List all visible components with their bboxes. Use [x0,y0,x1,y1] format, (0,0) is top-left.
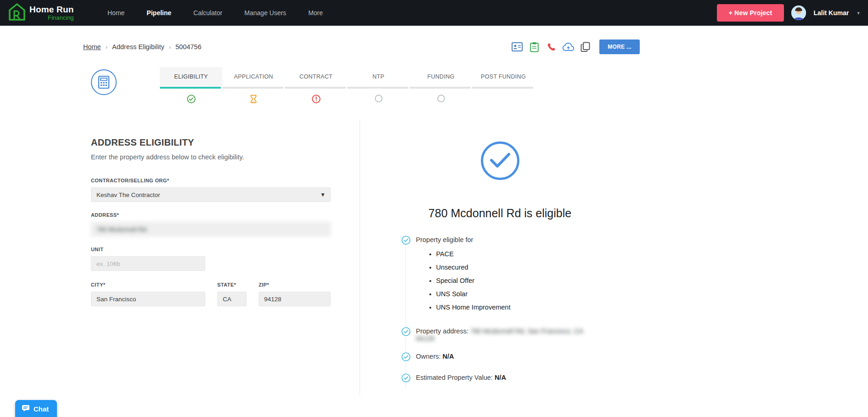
check-circle-icon [401,352,411,363]
breadcrumb: Home › Address Eligibility › 5004756 [83,43,201,51]
tab-funding[interactable]: FUNDING [410,67,472,86]
calculator-badge-icon [91,69,117,95]
chat-button[interactable]: Chat [15,400,57,417]
check-circle-icon [401,327,411,338]
address-input[interactable] [91,222,331,237]
chat-bubble-icon [22,405,30,413]
clipboard-icon[interactable] [528,40,541,53]
check-circle-icon [401,373,411,384]
top-navbar: Home Run Financing Home Pipeline Calcula… [0,0,868,26]
tab-eligibility[interactable]: ELIGIBILITY [160,67,222,86]
state-label: STATE* [217,282,247,287]
tab-contract[interactable]: CONTRACT [285,67,347,86]
eligibility-checklist: Property eligible for PACE Unsecured Spe… [401,236,599,394]
program-item: Special Offer [436,277,511,284]
address-eligibility-form: ADDRESS ELIGIBILITY Enter the property a… [83,120,360,394]
estimated-value: N/A [495,374,506,381]
cloud-upload-icon[interactable] [562,40,575,53]
form-subtitle: Enter the property address below to chec… [91,153,360,161]
stage-status-row [160,95,535,103]
status-eligibility-complete-icon [160,95,222,103]
user-name[interactable]: Lalit Kumar [813,9,849,17]
breadcrumb-home-link[interactable]: Home [83,43,101,51]
chat-button-label: Chat [34,405,49,413]
nav-item-more[interactable]: More [299,5,332,21]
list-item: Estimated Property Value: N/A [401,373,599,384]
track-eligibility [160,87,221,89]
list-item: Property eligible for PACE Unsecured Spe… [401,236,599,317]
new-project-button[interactable]: + New Project [717,4,784,22]
program-item: UNS Solar [436,290,511,298]
nav-item-calculator[interactable]: Calculator [184,5,231,21]
status-post-funding-none [472,95,535,103]
eligibility-result-panel: 780 Mcdonnell Rd is eligible Property el… [360,120,640,394]
program-list: PACE Unsecured Special Offer UNS Solar U… [436,250,511,311]
tab-application[interactable]: APPLICATION [222,67,285,86]
nav-item-pipeline[interactable]: Pipeline [137,5,180,21]
unit-input[interactable] [91,256,205,271]
main-nav: Home Pipeline Calculator Manage Users Mo… [98,5,332,21]
eligible-for-label: Property eligible for [416,236,511,243]
status-application-hourglass-icon [222,95,285,103]
breadcrumb-separator: › [169,44,171,51]
contractor-label: CONTRACTOR/SELLING ORG* [91,178,360,183]
track-ntp [347,87,408,89]
track-application [222,87,283,89]
estimated-value-label: Estimated Property Value: [416,374,495,381]
more-button[interactable]: MORE ... [599,39,640,54]
program-item: PACE [436,250,511,258]
list-item: Property address: 780 Mcdonnell Rd, San … [401,327,599,342]
eligible-check-icon [481,141,519,180]
city-label: CITY* [91,282,205,287]
property-address-label: Property address: [416,327,470,335]
brand-subtitle: Financing [29,15,74,21]
breadcrumb-separator: › [106,44,107,51]
program-item: UNS Home Improvement [436,304,511,311]
track-post-funding [472,87,533,89]
copy-icon[interactable] [579,40,592,53]
state-input[interactable] [217,292,247,306]
city-input[interactable] [91,292,205,306]
house-logo-icon [8,3,26,23]
track-funding [410,87,471,89]
eligibility-result-title: 780 Mcdonnell Rd is eligible [428,207,571,220]
nav-item-home[interactable]: Home [98,5,134,21]
result-address: 780 Mcdonnell Rd [428,207,521,220]
owners-value: N/A [443,353,454,360]
brand-name: Home Run [29,5,74,14]
address-label: ADDRESS* [91,212,360,218]
result-eligible-text: is eligible [521,207,571,220]
track-contract [285,87,346,89]
list-item: Owners: N/A [401,352,599,363]
owners-label: Owners: [416,353,443,360]
tab-ntp[interactable]: NTP [347,67,410,86]
tab-post-funding[interactable]: POST FUNDING [472,67,535,86]
status-ntp-pending-icon [347,95,410,103]
chevron-down-icon[interactable]: ▾ [857,10,860,16]
status-funding-pending-icon [410,95,472,103]
program-item: Unsecured [436,264,511,271]
contractor-select[interactable]: Keshav The Contractor [91,187,331,202]
zip-label: ZIP* [259,282,331,287]
breadcrumb-section: Address Eligibility [112,43,164,51]
breadcrumb-project-id: 5004756 [175,43,201,51]
nav-item-manage-users[interactable]: Manage Users [235,5,295,21]
page-title: ADDRESS ELIGIBILITY [91,137,360,148]
stage-tabs: ELIGIBILITY APPLICATION CONTRACT NTP FUN… [160,67,535,86]
status-contract-alert-icon [285,95,347,103]
brand-logo[interactable]: Home Run Financing [8,3,86,23]
zip-input[interactable] [259,292,331,306]
check-circle-icon [401,236,411,247]
phone-icon[interactable] [545,40,558,53]
stage-progress-track [160,87,535,89]
contact-card-icon[interactable] [511,40,524,53]
unit-label: UNIT [91,247,360,252]
user-avatar[interactable] [791,6,806,20]
